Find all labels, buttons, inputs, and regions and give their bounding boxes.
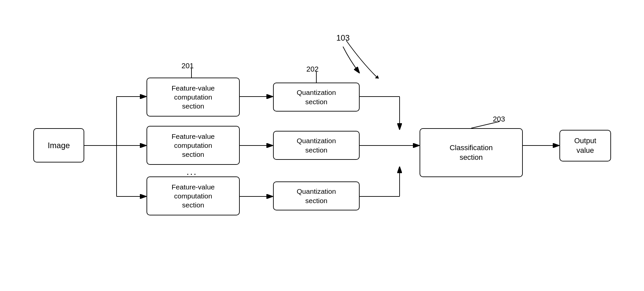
image-block: Image [33, 128, 84, 162]
svg-marker-19 [375, 75, 379, 79]
fv3-block: Feature-value computation section [147, 176, 240, 215]
q1-block: Quantization section [273, 83, 360, 112]
ref201-label: 201 [181, 62, 194, 70]
ref203-label: 203 [493, 115, 505, 124]
fv1-block: Feature-value computation section [147, 78, 240, 117]
ref202-label: 202 [306, 65, 319, 74]
dots-label: ... [186, 166, 197, 177]
output-block: Output value [559, 130, 611, 161]
fv2-block: Feature-value computation section [147, 126, 240, 165]
diagram: Image Feature-value computation section … [0, 0, 644, 291]
ref103-label: 103 [336, 33, 350, 43]
q2-block: Quantization section [273, 131, 360, 160]
classification-block: Classification section [420, 128, 523, 177]
q3-block: Quantization section [273, 181, 360, 210]
